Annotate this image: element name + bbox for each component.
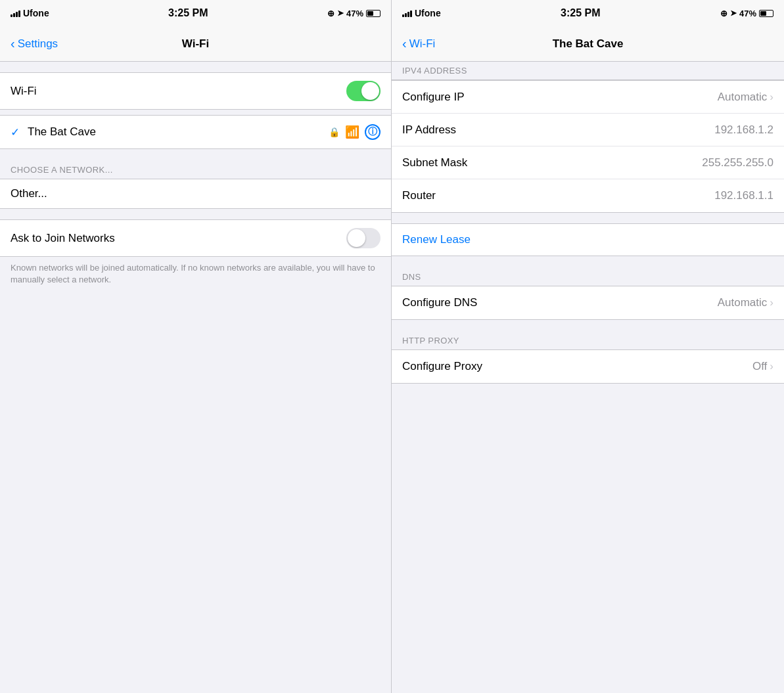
right-time: 3:25 PM [561,7,600,19]
right-back-label: Wi-Fi [409,37,436,51]
right-battery-percent: 47% [739,9,756,18]
left-status-right: ⊕ ➤ 47% [327,9,380,18]
subnet-mask-row: Subnet Mask 255.255.255.0 [392,146,784,179]
right-location-icon: ⊕ [720,9,727,18]
left-back-button[interactable]: ‹ Settings [11,36,58,51]
renew-lease-label[interactable]: Renew Lease [402,233,471,246]
spacer-before-proxy [392,320,784,330]
renew-lease-cell[interactable]: Renew Lease [392,223,784,256]
configure-ip-chevron-icon: › [770,91,773,104]
ip-address-value: 192.168.1.2 [714,123,773,137]
battery-percent-left: 47% [346,9,363,18]
ipv4-label: IPV4 ADDRESS [402,66,467,76]
right-back-chevron-icon: ‹ [402,36,407,51]
ask-join-label: Ask to Join Networks [11,232,115,245]
router-label: Router [402,189,436,202]
toggle-knob [361,82,379,100]
other-label: Other... [11,187,47,200]
choose-network-label: CHOOSE A NETWORK... [11,165,113,175]
router-value: 192.168.1.1 [714,189,773,202]
ask-join-knob [348,229,365,247]
wifi-toggle-switch[interactable] [346,81,380,101]
lock-icon: 🔒 [329,127,340,137]
subnet-mask-value: 255.255.255.0 [702,156,773,169]
network-info-button[interactable]: ⓘ [365,124,380,140]
back-label: Settings [18,37,58,51]
right-status-bar: Ufone 3:25 PM ⊕ ➤ 47% [392,0,784,26]
left-status-left: Ufone [11,8,49,18]
location-arrow-icon: ➤ [337,9,344,18]
right-nav-title: The Bat Cave [553,37,624,51]
other-network-group: Other... [0,179,391,209]
configure-dns-value: Automatic › [718,296,773,309]
right-carrier-label: Ufone [415,8,441,18]
right-nav-bar: ‹ Wi-Fi The Bat Cave [392,26,784,62]
ipv4-section-partial: IPV4 ADDRESS [392,62,784,80]
carrier-label: Ufone [23,8,49,18]
configure-dns-label: Configure DNS [402,296,477,309]
configure-proxy-value: Off › [752,360,773,373]
left-time: 3:25 PM [168,7,208,19]
ip-address-label: IP Address [402,123,456,137]
ask-join-cell: Ask to Join Networks [0,220,391,256]
left-panel: Ufone 3:25 PM ⊕ ➤ 47% ‹ Settings Wi-Fi W… [0,0,392,693]
configure-ip-value: Automatic › [718,91,773,104]
right-location-arrow-icon: ➤ [730,9,737,18]
configure-proxy-row[interactable]: Configure Proxy Off › [392,350,784,383]
checkmark-icon: ✓ [11,125,20,139]
back-chevron-icon: ‹ [11,36,15,51]
configure-dns-chevron-icon: › [770,296,773,309]
wifi-toggle-group: Wi-Fi [0,72,391,110]
left-status-bar: Ufone 3:25 PM ⊕ ➤ 47% [0,0,391,26]
http-proxy-section-label: HTTP PROXY [392,330,784,349]
network-icons: 🔒 📶 ⓘ [329,124,380,140]
configure-dns-row[interactable]: Configure DNS Automatic › [392,286,784,319]
left-nav-bar: ‹ Settings Wi-Fi [0,26,391,62]
configure-ip-label: Configure IP [402,91,465,104]
wifi-toggle-cell: Wi-Fi [0,73,391,109]
ask-join-group: Ask to Join Networks [0,219,391,257]
right-back-button[interactable]: ‹ Wi-Fi [402,36,435,51]
proxy-rows-group: Configure Proxy Off › [392,349,784,384]
connected-network-group: ✓ The Bat Cave 🔒 📶 ⓘ [0,115,391,149]
router-row: Router 192.168.1.1 [392,179,784,212]
spacer-before-dns [392,256,784,267]
configure-proxy-label: Configure Proxy [402,360,482,373]
location-icon: ⊕ [327,9,334,18]
configure-proxy-chevron-icon: › [770,360,773,373]
wifi-label: Wi-Fi [11,85,37,98]
other-network-row[interactable]: Other... [0,179,391,208]
right-status-left: Ufone [402,8,441,18]
dns-section-label: DNS [392,267,784,286]
subnet-mask-label: Subnet Mask [402,156,467,169]
right-status-right: ⊕ ➤ 47% [720,9,773,18]
connected-network-name: The Bat Cave [28,125,329,139]
choose-network-header: CHOOSE A NETWORK... [0,160,391,179]
battery-icon [366,10,380,17]
wifi-signal-icon: 📶 [345,125,359,139]
right-signal-bars-icon [402,9,412,17]
connected-network-row[interactable]: ✓ The Bat Cave 🔒 📶 ⓘ [0,116,391,148]
spacer-after-ipv4 [392,213,784,223]
dns-rows-group: Configure DNS Automatic › [392,286,784,320]
right-panel: Ufone 3:25 PM ⊕ ➤ 47% ‹ Wi-Fi The Bat Ca… [392,0,784,693]
configure-ip-row[interactable]: Configure IP Automatic › [392,81,784,114]
left-nav-title: Wi-Fi [182,37,209,51]
ask-join-toggle[interactable] [346,228,380,248]
signal-bars-icon [11,9,20,17]
ask-join-footnote: Known networks will be joined automatica… [0,257,391,291]
ip-address-row: IP Address 192.168.1.2 [392,114,784,146]
ipv4-rows-group: Configure IP Automatic › IP Address 192.… [392,80,784,213]
right-battery-icon [759,10,773,17]
